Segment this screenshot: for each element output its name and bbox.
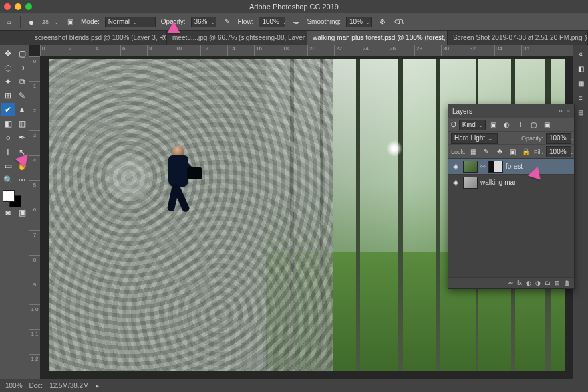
lock-position-icon[interactable]: ✥ bbox=[494, 146, 505, 157]
eraser-tool[interactable]: ◧ bbox=[1, 117, 15, 130]
color-swatches[interactable] bbox=[1, 187, 29, 201]
brush-panel-icon[interactable]: ▣ bbox=[65, 17, 76, 27]
layer-thumbnail[interactable] bbox=[463, 177, 478, 189]
symmetry-icon[interactable]: ᙅᙁ bbox=[393, 17, 404, 27]
zoom-tool[interactable]: 🔍 bbox=[1, 173, 15, 187]
ruler-tick: 36 bbox=[521, 45, 548, 56]
brush-tool[interactable]: ✔ bbox=[1, 103, 15, 116]
brush-preset-icon[interactable]: ● bbox=[26, 17, 37, 27]
collapse-icon[interactable]: ›› bbox=[559, 108, 563, 114]
ruler-tick: 20 bbox=[307, 45, 334, 56]
layers-panel-title: Layers bbox=[452, 108, 472, 115]
layers-panel[interactable]: Layers ›› ≡ Q Kind ▣ ◐ T ▢ ▣ Hard Light … bbox=[448, 104, 575, 289]
layer-thumbnail[interactable] bbox=[463, 161, 478, 173]
layer-mask-thumbnail[interactable] bbox=[488, 161, 503, 173]
layer-blend-mode-select[interactable]: Hard Light bbox=[451, 133, 498, 144]
zoom-level[interactable]: 100% bbox=[5, 382, 23, 389]
delete-layer-icon[interactable]: 🗑 bbox=[564, 280, 570, 286]
layer-row[interactable]: ◉ walking man bbox=[448, 174, 574, 190]
link-layers-icon[interactable]: ⚯ bbox=[508, 280, 513, 286]
layer-name[interactable]: walking man bbox=[480, 179, 518, 186]
ruler-vertical[interactable]: 01234567891 01 11 2 bbox=[29, 56, 40, 379]
annotation-arrow-opacity bbox=[167, 21, 180, 33]
layer-name[interactable]: forest bbox=[506, 163, 523, 170]
screen-mode-toggle[interactable]: ▣ bbox=[15, 211, 29, 215]
collapse-panels-icon[interactable]: « bbox=[575, 48, 586, 59]
document-tab-active[interactable]: walking man plus forest.psd @ 100% (fore… bbox=[307, 31, 448, 45]
quick-mask-toggle[interactable]: ◙ bbox=[1, 211, 15, 215]
add-mask-icon[interactable]: ◐ bbox=[526, 280, 531, 286]
lock-transparency-icon[interactable]: ▦ bbox=[468, 146, 479, 157]
filter-pixel-icon[interactable]: ▣ bbox=[488, 120, 499, 130]
filter-smart-icon[interactable]: ▣ bbox=[542, 120, 553, 130]
properties-panel-icon[interactable]: ⊟ bbox=[575, 107, 586, 118]
dropdown-caret-icon[interactable]: ⌄ bbox=[54, 19, 59, 25]
type-tool[interactable]: T bbox=[1, 145, 15, 159]
color-panel-icon[interactable]: ◧ bbox=[575, 63, 586, 74]
visibility-toggle-icon[interactable]: ◉ bbox=[451, 179, 460, 186]
foreground-color-swatch[interactable] bbox=[3, 190, 15, 202]
gradient-tool[interactable]: ▥ bbox=[15, 117, 29, 130]
group-icon[interactable]: 🗀 bbox=[545, 280, 551, 286]
ruler-tick: 0 bbox=[40, 45, 67, 56]
filter-kind-select[interactable]: Kind bbox=[459, 120, 486, 130]
app-title: Adobe Photoshop CC 2019 bbox=[249, 3, 339, 11]
document-tab[interactable]: Screen Shot 2019-07-03 at 2.51.20 PM.png… bbox=[448, 31, 588, 45]
layers-empty-area[interactable] bbox=[448, 190, 574, 277]
shape-tool[interactable]: ▭ bbox=[1, 159, 15, 173]
adjustment-layer-icon[interactable]: ◑ bbox=[535, 280, 541, 286]
layer-opacity-input[interactable]: 100% bbox=[546, 133, 571, 144]
edit-toolbar[interactable]: ⋯ bbox=[15, 173, 29, 187]
minimize-window-button[interactable] bbox=[15, 3, 21, 10]
clone-stamp-tool[interactable]: ▲ bbox=[15, 103, 29, 116]
ruler-tick: 30 bbox=[441, 45, 468, 56]
pressure-opacity-icon[interactable]: ✎ bbox=[222, 17, 233, 27]
eyedropper-tool[interactable]: ✎ bbox=[15, 89, 29, 102]
ruler-tick: 22 bbox=[334, 45, 361, 56]
pen-tool[interactable]: ✒ bbox=[15, 131, 29, 144]
ruler-horizontal[interactable]: 024681012141618202224262830323436 bbox=[40, 45, 573, 56]
fill-input[interactable]: 100% bbox=[546, 146, 571, 157]
document-tab[interactable]: meetu....jpg @ 66.7% (sightseeing-08, La… bbox=[167, 31, 307, 45]
move-tool[interactable]: ✥ bbox=[1, 47, 15, 60]
home-icon[interactable]: ⌂ bbox=[4, 17, 15, 27]
smoothing-input[interactable]: 10% bbox=[346, 17, 372, 27]
panel-menu-icon[interactable]: ≡ bbox=[567, 108, 570, 114]
visibility-toggle-icon[interactable]: ◉ bbox=[451, 163, 460, 170]
opacity-input[interactable]: 36% bbox=[191, 17, 216, 27]
flow-input[interactable]: 100% bbox=[259, 17, 285, 27]
lock-all-icon[interactable]: 🔒 bbox=[521, 146, 531, 157]
layer-row[interactable]: ◉ ⚯ forest bbox=[448, 158, 574, 174]
quick-select-tool[interactable]: ✦ bbox=[1, 75, 15, 88]
airbrush-icon[interactable]: ⌯ bbox=[291, 17, 301, 27]
link-mask-icon[interactable]: ⚯ bbox=[480, 163, 486, 170]
dodge-tool[interactable]: ○ bbox=[1, 131, 15, 144]
ruler-tick: 28 bbox=[414, 45, 441, 56]
lock-artboard-icon[interactable]: ▣ bbox=[508, 146, 519, 157]
status-menu-caret-icon[interactable]: ▸ bbox=[96, 382, 99, 389]
blend-mode-select[interactable]: Normal bbox=[105, 17, 156, 27]
crop-tool[interactable]: ⧉ bbox=[15, 75, 29, 88]
gear-icon[interactable]: ⚙ bbox=[377, 17, 388, 27]
maximize-window-button[interactable] bbox=[25, 3, 32, 10]
ruler-tick: 6 bbox=[120, 45, 147, 56]
close-window-button[interactable] bbox=[4, 3, 11, 10]
fx-icon[interactable]: fx bbox=[517, 280, 522, 286]
adjustments-panel-icon[interactable]: ≡ bbox=[575, 92, 586, 103]
frame-tool[interactable]: ⊞ bbox=[1, 89, 15, 102]
search-icon[interactable]: Q bbox=[451, 121, 456, 128]
new-layer-icon[interactable]: ⊞ bbox=[555, 280, 560, 286]
filter-shape-icon[interactable]: ▢ bbox=[529, 120, 539, 130]
filter-adjust-icon[interactable]: ◐ bbox=[502, 120, 512, 130]
document-tab[interactable]: screenshot blends.psd @ 100% (Layer 3, R… bbox=[29, 31, 167, 45]
lock-pixels-icon[interactable]: ✎ bbox=[481, 146, 492, 157]
swatches-panel-icon[interactable]: ▦ bbox=[575, 78, 586, 88]
lasso-tool[interactable]: ɔ bbox=[15, 61, 29, 74]
ruler-tick: 1 2 bbox=[29, 354, 40, 379]
doc-label: Doc: bbox=[29, 382, 43, 389]
filter-type-icon[interactable]: T bbox=[515, 120, 526, 130]
artboard-tool[interactable]: ▢ bbox=[15, 47, 29, 60]
marquee-tool[interactable]: ◌ bbox=[1, 61, 15, 74]
ruler-tick: 24 bbox=[361, 45, 388, 56]
brush-size-value[interactable]: 28 bbox=[42, 19, 49, 25]
